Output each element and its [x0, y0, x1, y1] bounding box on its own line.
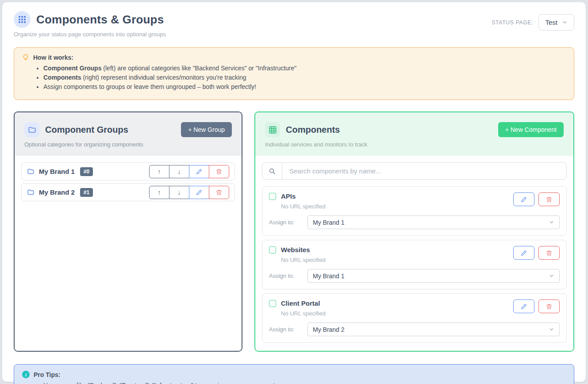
group-row: My Brand 1 #0 ↑ ↓ [21, 162, 235, 180]
component-card: Client Portal No URL specified Assign to… [262, 293, 567, 343]
chevron-down-icon [549, 219, 554, 225]
components-header: Components + New Component Individual se… [255, 112, 573, 156]
trash-icon [546, 196, 552, 203]
folder-icon [27, 188, 35, 196]
status-page-value: Test [545, 19, 557, 26]
move-up-button[interactable]: ↑ [149, 186, 169, 199]
how-it-works-list: Component Groups (left) are optional cat… [43, 65, 566, 90]
how-it-works-title: How it works: [33, 54, 73, 61]
status-page-select[interactable]: Test [538, 14, 574, 31]
component-groups-header: Component Groups + New Group Optional ca… [15, 112, 242, 156]
component-checkbox[interactable] [269, 246, 276, 253]
component-url-note: No URL specified [281, 257, 326, 263]
delete-component-button[interactable] [538, 192, 560, 206]
component-card: Websites No URL specified Assign to: My … [262, 240, 567, 289]
chevron-down-icon [549, 273, 554, 279]
move-down-button[interactable]: ↓ [169, 186, 189, 199]
status-page-selector: STATUS PAGE: Test [492, 14, 574, 31]
how-it-works-item: Component Groups (left) are optional cat… [43, 65, 566, 72]
assign-group-select[interactable]: My Brand 2 [307, 323, 560, 336]
page-header: Components & Groups Organize your status… [14, 11, 574, 38]
component-groups-title: Component Groups [45, 125, 128, 135]
chevron-down-icon [562, 19, 568, 25]
group-name: My Brand 1 [39, 168, 75, 175]
pencil-icon [521, 303, 527, 310]
component-actions [513, 246, 560, 260]
component-name: Websites [281, 246, 310, 253]
pro-tips-title: Pro Tips: [34, 371, 60, 378]
components-body: APIs No URL specified Assign to: My Bran… [255, 156, 573, 351]
edit-component-button[interactable] [513, 300, 534, 313]
new-group-button[interactable]: + New Group [181, 122, 232, 137]
pro-tips-item: Use groups like "Backend", "Frontend", "… [43, 382, 566, 384]
search-input[interactable] [282, 163, 566, 179]
move-up-button[interactable]: ↑ [149, 165, 169, 178]
component-actions [513, 192, 560, 206]
pencil-icon [521, 250, 527, 256]
status-page-label: STATUS PAGE: [492, 19, 533, 26]
pencil-icon [196, 189, 202, 196]
component-search [262, 162, 567, 180]
edit-component-button[interactable] [513, 246, 534, 260]
assigned-group-value: My Brand 1 [313, 219, 345, 226]
lightbulb-icon [22, 54, 29, 61]
folder-icon [27, 168, 35, 175]
components-subtitle: Individual services and monitors to trac… [265, 141, 564, 148]
apps-grid-icon [14, 11, 31, 28]
group-row: My Brand 2 #1 ↑ ↓ [21, 183, 235, 201]
pencil-icon [521, 196, 527, 203]
component-url-note: No URL specified [281, 203, 326, 210]
assign-to-label: Assign to: [269, 219, 307, 226]
component-groups-body: My Brand 1 #0 ↑ ↓ My B [15, 156, 242, 351]
pro-tips-box: i Pro Tips: Use groups like "Backend", "… [14, 364, 574, 384]
assign-group-select[interactable]: My Brand 1 [307, 269, 560, 283]
delete-component-button[interactable] [538, 246, 560, 260]
delete-component-button[interactable] [538, 300, 560, 313]
group-name: My Brand 2 [39, 188, 75, 196]
component-checkbox[interactable] [269, 193, 276, 200]
component-groups-subtitle: Optional categories for organizing compo… [24, 141, 232, 148]
assign-group-select[interactable]: My Brand 1 [307, 215, 560, 229]
assigned-group-value: My Brand 1 [313, 273, 345, 280]
component-checkbox[interactable] [269, 300, 276, 307]
component-name: APIs [281, 192, 296, 200]
delete-group-button[interactable] [209, 165, 229, 178]
group-order-badge: #1 [80, 188, 93, 197]
move-down-button[interactable]: ↓ [169, 165, 189, 178]
chevron-down-icon [549, 326, 554, 332]
component-url-note: No URL specified [281, 310, 326, 317]
group-actions: ↑ ↓ [149, 165, 229, 178]
group-actions: ↑ ↓ [149, 186, 229, 199]
new-component-button[interactable]: + New Component [498, 122, 564, 137]
assign-to-label: Assign to: [269, 273, 307, 279]
assigned-group-value: My Brand 2 [313, 326, 345, 333]
how-it-works-item: Assign components to groups or leave the… [43, 83, 566, 90]
trash-icon [216, 189, 222, 196]
how-it-works-box: How it works: Component Groups (left) ar… [14, 47, 574, 100]
trash-icon [546, 303, 552, 310]
group-order-badge: #0 [80, 167, 93, 176]
info-icon: i [22, 371, 30, 378]
page-subtitle: Organize your status page components int… [14, 31, 166, 38]
component-groups-panel: Component Groups + New Group Optional ca… [14, 111, 242, 352]
table-grid-icon [265, 122, 280, 137]
components-panel: Components + New Component Individual se… [254, 111, 574, 352]
panels-container: Component Groups + New Group Optional ca… [14, 111, 574, 352]
component-card: APIs No URL specified Assign to: My Bran… [262, 186, 567, 236]
page-title: Components & Groups [36, 13, 164, 27]
edit-group-button[interactable] [189, 186, 209, 199]
component-name: Client Portal [281, 300, 320, 307]
trash-icon [546, 250, 552, 256]
search-icon [262, 163, 282, 179]
pencil-icon [196, 169, 202, 175]
delete-group-button[interactable] [209, 186, 229, 199]
components-title: Components [286, 125, 340, 135]
edit-component-button[interactable] [513, 192, 534, 206]
header-left: Components & Groups Organize your status… [14, 11, 166, 38]
pro-tips-list: Use groups like "Backend", "Frontend", "… [43, 382, 566, 384]
page-card: Components & Groups Organize your status… [2, 2, 586, 382]
component-actions [513, 300, 560, 313]
how-it-works-item: Components (right) represent individual … [43, 74, 566, 81]
trash-icon [216, 169, 222, 175]
edit-group-button[interactable] [189, 165, 209, 178]
